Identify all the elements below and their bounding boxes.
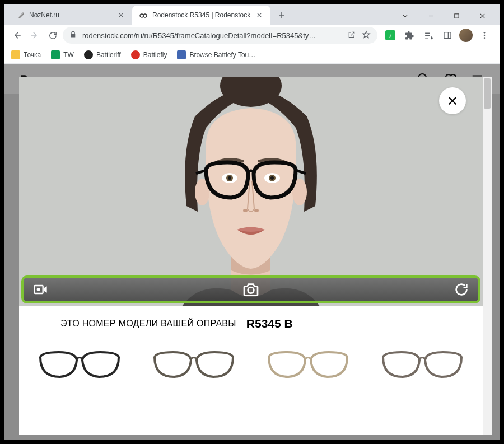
reload-button[interactable] — [45, 27, 60, 43]
minimize-button[interactable] — [418, 7, 444, 25]
frame-thumbnails — [19, 340, 483, 385]
model-code: R5345 B — [246, 317, 293, 330]
glasses-icon — [139, 11, 148, 20]
face-illustration — [128, 77, 374, 306]
close-icon[interactable] — [255, 11, 264, 20]
close-icon[interactable] — [116, 11, 125, 20]
tab-title: Rodenstock R5345 | Rodenstock — [152, 11, 250, 19]
svg-point-5 — [484, 35, 486, 36]
svg-point-6 — [484, 37, 486, 39]
tryon-control-bar — [21, 275, 480, 303]
star-icon[interactable] — [362, 30, 371, 41]
page-content: RODENSTOCK — [4, 64, 500, 440]
svg-point-18 — [243, 209, 248, 212]
bookmark-item[interactable]: Battleriff — [84, 50, 121, 59]
svg-point-0 — [140, 14, 143, 17]
svg-rect-3 — [444, 32, 451, 39]
frame-thumbnail[interactable] — [252, 340, 364, 385]
model-info: ЭТО НОМЕР МОДЕЛИ ВАШЕЙ ОПРАВЫ R5345 B — [19, 306, 483, 340]
bookmarks-bar: Точка TW Battleriff Battlefly Browse Bat… — [4, 46, 500, 64]
bookmark-item[interactable]: TW — [51, 50, 74, 59]
music-extension-icon[interactable]: ♪ — [383, 28, 398, 43]
tryon-photo — [19, 77, 483, 306]
frame-thumbnail[interactable] — [24, 340, 136, 385]
url-text: rodenstock.com/ru/ru/R5345/frameCatalogu… — [82, 31, 342, 40]
tab-noznet[interactable]: NozNet.ru — [9, 6, 132, 25]
tab-rodenstock[interactable]: Rodenstock R5345 | Rodenstock — [132, 6, 270, 25]
camera-icon[interactable] — [242, 281, 260, 298]
scrollbar[interactable] — [483, 77, 492, 435]
playlist-icon[interactable] — [421, 28, 436, 43]
maximize-button[interactable] — [444, 7, 469, 25]
panel-icon[interactable] — [440, 28, 455, 43]
extensions-icon[interactable] — [402, 28, 417, 43]
frame-thumbnail[interactable] — [138, 340, 250, 385]
bookmark-item[interactable]: Точка — [11, 50, 41, 59]
new-tab-button[interactable] — [274, 7, 290, 23]
svg-point-21 — [37, 288, 40, 291]
tryon-modal: ЭТО НОМЕР МОДЕЛИ ВАШЕЙ ОПРАВЫ R5345 B — [19, 77, 492, 435]
tab-title: NozNet.ru — [29, 11, 112, 19]
model-label: ЭТО НОМЕР МОДЕЛИ ВАШЕЙ ОПРАВЫ — [60, 319, 236, 329]
bookmark-item[interactable]: Browse Battlefy Tou… — [177, 50, 255, 59]
svg-point-1 — [143, 14, 147, 17]
window-close-button[interactable] — [469, 7, 495, 25]
svg-point-17 — [270, 176, 274, 180]
svg-rect-2 — [454, 13, 458, 17]
svg-point-22 — [248, 287, 254, 293]
bookmark-item[interactable]: Battlefly — [131, 50, 167, 59]
close-button[interactable] — [439, 87, 466, 114]
browser-toolbar: rodenstock.com/ru/ru/R5345/frameCatalogu… — [4, 25, 500, 46]
profile-avatar[interactable] — [459, 29, 473, 42]
wrench-icon — [16, 11, 25, 20]
back-button[interactable] — [9, 27, 25, 43]
svg-point-4 — [484, 32, 486, 34]
share-icon[interactable] — [347, 30, 356, 41]
forward-button[interactable] — [27, 27, 43, 43]
svg-point-19 — [254, 209, 259, 212]
menu-icon[interactable] — [477, 28, 492, 43]
video-icon[interactable] — [31, 281, 49, 298]
frame-thumbnail[interactable] — [366, 340, 478, 385]
tab-strip: NozNet.ru Rodenstock R5345 | Rodenstock — [4, 4, 500, 25]
caret-down-icon[interactable] — [392, 7, 418, 25]
refresh-icon[interactable] — [452, 281, 470, 298]
address-bar[interactable]: rodenstock.com/ru/ru/R5345/frameCatalogu… — [63, 27, 377, 44]
svg-point-14 — [228, 176, 231, 180]
lock-icon — [69, 31, 77, 40]
